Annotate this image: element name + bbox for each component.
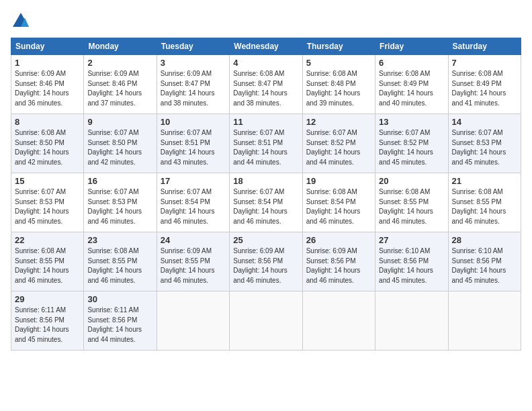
day-number: 15 bbox=[15, 176, 80, 186]
day-info: Sunrise: 6:09 AMSunset: 8:47 PMDaylight:… bbox=[161, 69, 226, 108]
calendar-cell bbox=[302, 291, 375, 351]
day-number: 19 bbox=[306, 176, 371, 186]
calendar-week-2: 8Sunrise: 6:08 AMSunset: 8:50 PMDaylight… bbox=[11, 114, 521, 173]
calendar-cell: 1Sunrise: 6:09 AMSunset: 8:46 PMDaylight… bbox=[11, 55, 84, 114]
calendar-cell bbox=[375, 291, 448, 351]
day-info: Sunrise: 6:08 AMSunset: 8:47 PMDaylight:… bbox=[233, 69, 298, 108]
calendar-cell: 23Sunrise: 6:08 AMSunset: 8:55 PMDayligh… bbox=[84, 232, 157, 291]
calendar-cell: 2Sunrise: 6:09 AMSunset: 8:46 PMDaylight… bbox=[84, 55, 157, 114]
calendar-cell bbox=[448, 291, 521, 351]
calendar-table: SundayMondayTuesdayWednesdayThursdayFrid… bbox=[11, 38, 521, 351]
day-number: 1 bbox=[15, 58, 80, 68]
day-info: Sunrise: 6:10 AMSunset: 8:56 PMDaylight:… bbox=[379, 246, 444, 285]
day-info: Sunrise: 6:08 AMSunset: 8:50 PMDaylight:… bbox=[15, 128, 80, 167]
day-info: Sunrise: 6:07 AMSunset: 8:53 PMDaylight:… bbox=[87, 187, 152, 226]
calendar-weekday-saturday: Saturday bbox=[448, 38, 521, 55]
day-info: Sunrise: 6:08 AMSunset: 8:49 PMDaylight:… bbox=[452, 69, 517, 108]
day-info: Sunrise: 6:07 AMSunset: 8:51 PMDaylight:… bbox=[161, 128, 226, 167]
calendar-cell: 26Sunrise: 6:09 AMSunset: 8:56 PMDayligh… bbox=[302, 232, 375, 291]
day-info: Sunrise: 6:09 AMSunset: 8:55 PMDaylight:… bbox=[161, 246, 226, 285]
calendar-week-1: 1Sunrise: 6:09 AMSunset: 8:46 PMDaylight… bbox=[11, 55, 521, 114]
day-number: 14 bbox=[452, 117, 517, 127]
day-number: 11 bbox=[233, 117, 298, 127]
calendar-week-3: 15Sunrise: 6:07 AMSunset: 8:53 PMDayligh… bbox=[11, 173, 521, 232]
day-info: Sunrise: 6:09 AMSunset: 8:56 PMDaylight:… bbox=[233, 246, 298, 285]
calendar-cell: 27Sunrise: 6:10 AMSunset: 8:56 PMDayligh… bbox=[375, 232, 448, 291]
calendar-weekday-sunday: Sunday bbox=[11, 38, 84, 55]
calendar-cell: 11Sunrise: 6:07 AMSunset: 8:51 PMDayligh… bbox=[230, 114, 302, 173]
day-number: 18 bbox=[233, 176, 298, 186]
day-number: 30 bbox=[87, 294, 152, 304]
day-info: Sunrise: 6:11 AMSunset: 8:56 PMDaylight:… bbox=[87, 306, 152, 345]
calendar-header-row: SundayMondayTuesdayWednesdayThursdayFrid… bbox=[11, 38, 521, 55]
page: SundayMondayTuesdayWednesdayThursdayFrid… bbox=[0, 0, 532, 411]
calendar-cell bbox=[157, 291, 229, 351]
day-info: Sunrise: 6:10 AMSunset: 8:56 PMDaylight:… bbox=[452, 246, 517, 285]
calendar-cell: 20Sunrise: 6:08 AMSunset: 8:55 PMDayligh… bbox=[375, 173, 448, 232]
day-number: 7 bbox=[452, 58, 517, 68]
day-number: 20 bbox=[379, 176, 444, 186]
calendar-cell: 29Sunrise: 6:11 AMSunset: 8:56 PMDayligh… bbox=[11, 291, 84, 351]
day-info: Sunrise: 6:07 AMSunset: 8:51 PMDaylight:… bbox=[233, 128, 298, 167]
calendar-cell: 22Sunrise: 6:08 AMSunset: 8:55 PMDayligh… bbox=[11, 232, 84, 291]
calendar-cell: 21Sunrise: 6:08 AMSunset: 8:55 PMDayligh… bbox=[448, 173, 521, 232]
day-number: 21 bbox=[452, 176, 517, 186]
day-info: Sunrise: 6:07 AMSunset: 8:50 PMDaylight:… bbox=[87, 128, 152, 167]
calendar-cell: 15Sunrise: 6:07 AMSunset: 8:53 PMDayligh… bbox=[11, 173, 84, 232]
day-number: 6 bbox=[379, 58, 444, 68]
day-number: 28 bbox=[452, 235, 517, 245]
calendar-weekday-friday: Friday bbox=[375, 38, 448, 55]
calendar-weekday-tuesday: Tuesday bbox=[157, 38, 229, 55]
day-info: Sunrise: 6:09 AMSunset: 8:46 PMDaylight:… bbox=[87, 69, 152, 108]
day-number: 23 bbox=[87, 235, 152, 245]
calendar-cell: 5Sunrise: 6:08 AMSunset: 8:48 PMDaylight… bbox=[302, 55, 375, 114]
calendar-cell: 16Sunrise: 6:07 AMSunset: 8:53 PMDayligh… bbox=[84, 173, 157, 232]
day-number: 3 bbox=[161, 58, 226, 68]
day-number: 22 bbox=[15, 235, 80, 245]
calendar-week-4: 22Sunrise: 6:08 AMSunset: 8:55 PMDayligh… bbox=[11, 232, 521, 291]
calendar-cell: 12Sunrise: 6:07 AMSunset: 8:52 PMDayligh… bbox=[302, 114, 375, 173]
calendar-cell: 13Sunrise: 6:07 AMSunset: 8:52 PMDayligh… bbox=[375, 114, 448, 173]
day-info: Sunrise: 6:07 AMSunset: 8:53 PMDaylight:… bbox=[452, 128, 517, 167]
day-number: 4 bbox=[233, 58, 298, 68]
day-info: Sunrise: 6:08 AMSunset: 8:48 PMDaylight:… bbox=[306, 69, 371, 108]
day-number: 10 bbox=[161, 117, 226, 127]
day-info: Sunrise: 6:09 AMSunset: 8:56 PMDaylight:… bbox=[306, 246, 371, 285]
day-number: 8 bbox=[15, 117, 80, 127]
calendar-cell: 8Sunrise: 6:08 AMSunset: 8:50 PMDaylight… bbox=[11, 114, 84, 173]
day-number: 24 bbox=[161, 235, 226, 245]
calendar-cell: 28Sunrise: 6:10 AMSunset: 8:56 PMDayligh… bbox=[448, 232, 521, 291]
calendar-week-5: 29Sunrise: 6:11 AMSunset: 8:56 PMDayligh… bbox=[11, 291, 521, 351]
day-info: Sunrise: 6:07 AMSunset: 8:53 PMDaylight:… bbox=[15, 187, 80, 226]
day-number: 27 bbox=[379, 235, 444, 245]
calendar-cell: 30Sunrise: 6:11 AMSunset: 8:56 PMDayligh… bbox=[84, 291, 157, 351]
calendar-weekday-wednesday: Wednesday bbox=[230, 38, 302, 55]
day-number: 29 bbox=[15, 294, 80, 304]
day-number: 25 bbox=[233, 235, 298, 245]
day-info: Sunrise: 6:07 AMSunset: 8:54 PMDaylight:… bbox=[161, 187, 226, 226]
calendar-cell: 10Sunrise: 6:07 AMSunset: 8:51 PMDayligh… bbox=[157, 114, 229, 173]
calendar-cell: 7Sunrise: 6:08 AMSunset: 8:49 PMDaylight… bbox=[448, 55, 521, 114]
calendar-cell: 4Sunrise: 6:08 AMSunset: 8:47 PMDaylight… bbox=[230, 55, 302, 114]
calendar-cell: 6Sunrise: 6:08 AMSunset: 8:49 PMDaylight… bbox=[375, 55, 448, 114]
calendar-cell: 3Sunrise: 6:09 AMSunset: 8:47 PMDaylight… bbox=[157, 55, 229, 114]
calendar-weekday-thursday: Thursday bbox=[302, 38, 375, 55]
logo bbox=[11, 11, 34, 31]
day-info: Sunrise: 6:07 AMSunset: 8:52 PMDaylight:… bbox=[306, 128, 371, 167]
day-number: 2 bbox=[87, 58, 152, 68]
day-info: Sunrise: 6:07 AMSunset: 8:54 PMDaylight:… bbox=[233, 187, 298, 226]
day-info: Sunrise: 6:08 AMSunset: 8:54 PMDaylight:… bbox=[306, 187, 371, 226]
day-info: Sunrise: 6:11 AMSunset: 8:56 PMDaylight:… bbox=[15, 306, 80, 345]
logo-icon bbox=[11, 11, 31, 31]
calendar-weekday-monday: Monday bbox=[84, 38, 157, 55]
calendar-cell: 9Sunrise: 6:07 AMSunset: 8:50 PMDaylight… bbox=[84, 114, 157, 173]
day-number: 17 bbox=[161, 176, 226, 186]
day-info: Sunrise: 6:08 AMSunset: 8:55 PMDaylight:… bbox=[452, 187, 517, 226]
day-number: 16 bbox=[87, 176, 152, 186]
day-info: Sunrise: 6:08 AMSunset: 8:55 PMDaylight:… bbox=[379, 187, 444, 226]
day-number: 9 bbox=[87, 117, 152, 127]
day-info: Sunrise: 6:07 AMSunset: 8:52 PMDaylight:… bbox=[379, 128, 444, 167]
day-info: Sunrise: 6:08 AMSunset: 8:49 PMDaylight:… bbox=[379, 69, 444, 108]
day-number: 12 bbox=[306, 117, 371, 127]
day-info: Sunrise: 6:08 AMSunset: 8:55 PMDaylight:… bbox=[15, 246, 80, 285]
